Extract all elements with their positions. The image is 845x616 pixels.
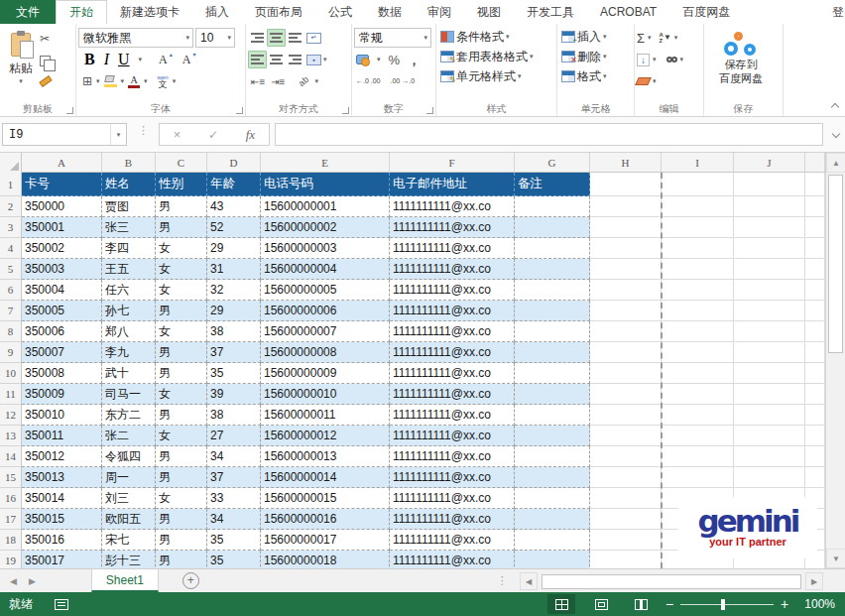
- increase-indent-icon[interactable]: ⇥≡: [271, 76, 285, 87]
- clipboard-dialog-launcher[interactable]: [66, 107, 73, 114]
- cell[interactable]: 43: [207, 196, 261, 217]
- tab-developer[interactable]: 开发工具: [514, 0, 587, 24]
- page-layout-view-button[interactable]: [587, 594, 615, 614]
- zoom-level[interactable]: 100%: [804, 597, 835, 611]
- merge-center-button[interactable]: ▪: [304, 51, 323, 68]
- cell[interactable]: [590, 363, 662, 384]
- paste-button[interactable]: 粘贴 ▾: [2, 27, 40, 90]
- cell[interactable]: [590, 509, 662, 530]
- cell[interactable]: [515, 259, 590, 280]
- cell[interactable]: [590, 405, 662, 426]
- cell[interactable]: [805, 259, 825, 280]
- insert-cells-button[interactable]: + 插入▾: [559, 27, 632, 47]
- expand-formula-bar-icon[interactable]: [832, 131, 840, 139]
- column-header-A[interactable]: A: [22, 153, 102, 172]
- row-number-19[interactable]: 19: [0, 551, 22, 568]
- table-header-cell[interactable]: 性别: [156, 173, 207, 196]
- cell[interactable]: 350004: [22, 280, 102, 301]
- column-header-F[interactable]: F: [390, 153, 515, 172]
- cell[interactable]: [734, 217, 805, 238]
- cell[interactable]: [805, 173, 825, 196]
- cell[interactable]: 1111111111@xx.co: [390, 321, 515, 342]
- save-to-baidu-button[interactable]: 保存到 百度网盘: [706, 27, 776, 90]
- cell[interactable]: [662, 217, 734, 238]
- column-header-partial[interactable]: [805, 153, 825, 172]
- cell[interactable]: [662, 405, 734, 426]
- zoom-in-button[interactable]: +: [778, 596, 791, 612]
- cell[interactable]: [734, 238, 805, 259]
- cell[interactable]: [515, 321, 590, 342]
- cell[interactable]: [662, 321, 734, 342]
- fill-icon[interactable]: ↓: [637, 54, 650, 66]
- cell[interactable]: 33: [207, 488, 261, 509]
- enter-icon[interactable]: ✓: [208, 128, 218, 142]
- cell[interactable]: 35: [207, 530, 261, 551]
- merge-dropdown-caret[interactable]: ▾: [323, 56, 327, 63]
- cell[interactable]: [515, 509, 590, 530]
- fill-color-icon[interactable]: [104, 75, 117, 87]
- cell[interactable]: [805, 321, 825, 342]
- normal-view-button[interactable]: [547, 594, 575, 614]
- tab-review[interactable]: 审阅: [415, 0, 464, 24]
- increase-decimal-button[interactable]: ←.0 .00: [356, 77, 381, 85]
- cell[interactable]: 15600000002: [261, 217, 390, 238]
- cell[interactable]: 周一: [102, 467, 156, 488]
- scroll-right-icon[interactable]: ▶: [805, 572, 823, 590]
- shrink-font-button[interactable]: A: [182, 53, 191, 67]
- column-header-E[interactable]: E: [261, 153, 390, 172]
- tab-acrobat[interactable]: ACROBAT: [587, 0, 669, 24]
- row-number-2[interactable]: 2: [0, 196, 22, 217]
- cell[interactable]: [805, 405, 825, 426]
- zoom-slider[interactable]: [680, 604, 774, 605]
- tab-baidu-netdisk[interactable]: 百度网盘: [669, 0, 743, 24]
- column-header-G[interactable]: G: [515, 153, 590, 172]
- cell[interactable]: 男: [156, 301, 207, 321]
- cell[interactable]: [590, 259, 662, 280]
- paste-dropdown-caret[interactable]: ▾: [19, 77, 23, 85]
- row-number-7[interactable]: 7: [0, 301, 22, 321]
- sign-in[interactable]: 登: [832, 0, 845, 24]
- grow-font-button[interactable]: A: [159, 53, 168, 67]
- cell[interactable]: [590, 488, 662, 509]
- font-name-combo[interactable]: 微软雅黑▾: [78, 28, 193, 48]
- cell[interactable]: [590, 301, 662, 321]
- accounting-format-icon[interactable]: [356, 54, 369, 65]
- cell[interactable]: 350007: [22, 342, 102, 363]
- cell[interactable]: 39: [207, 384, 261, 405]
- table-header-cell[interactable]: 电子邮件地址: [390, 173, 515, 196]
- cell[interactable]: [805, 384, 825, 405]
- cell[interactable]: 15600000018: [261, 551, 390, 568]
- cell[interactable]: 15600000017: [261, 530, 390, 551]
- cell[interactable]: 1111111111@xx.co: [390, 363, 515, 384]
- cell[interactable]: 32: [207, 280, 261, 301]
- cell[interactable]: [590, 173, 662, 196]
- autosum-icon[interactable]: Σ: [637, 32, 645, 45]
- align-bottom-button[interactable]: [286, 29, 304, 47]
- cell[interactable]: 38: [207, 405, 261, 426]
- table-header-cell[interactable]: 电话号码: [261, 173, 390, 196]
- cell[interactable]: 350014: [22, 488, 102, 509]
- tab-page-layout[interactable]: 页面布局: [242, 0, 315, 24]
- cell[interactable]: 27: [207, 426, 261, 446]
- row-number-15[interactable]: 15: [0, 467, 22, 488]
- cell[interactable]: 350009: [22, 384, 102, 405]
- cell[interactable]: [734, 363, 805, 384]
- cell[interactable]: 刘三: [102, 488, 156, 509]
- cell[interactable]: 15600000013: [261, 446, 390, 467]
- conditional-formatting-button[interactable]: 条件格式▾: [438, 27, 554, 47]
- tab-home[interactable]: 开始: [56, 0, 107, 24]
- vertical-scroll-thumb[interactable]: [828, 175, 843, 353]
- cell[interactable]: 贾图: [102, 196, 156, 217]
- cell[interactable]: [662, 446, 734, 467]
- cell[interactable]: 1111111111@xx.co: [390, 342, 515, 363]
- cell[interactable]: 29: [207, 238, 261, 259]
- cell[interactable]: [805, 446, 825, 467]
- orientation-icon[interactable]: ab: [297, 74, 310, 88]
- cell[interactable]: [662, 426, 734, 446]
- cell-styles-button[interactable]: ✎ 单元格样式▾: [438, 66, 554, 86]
- cell[interactable]: 郑八: [102, 321, 156, 342]
- cell[interactable]: 15600000004: [261, 259, 390, 280]
- format-painter-icon[interactable]: [39, 75, 52, 87]
- column-header-B[interactable]: B: [102, 153, 156, 172]
- cell[interactable]: [590, 446, 662, 467]
